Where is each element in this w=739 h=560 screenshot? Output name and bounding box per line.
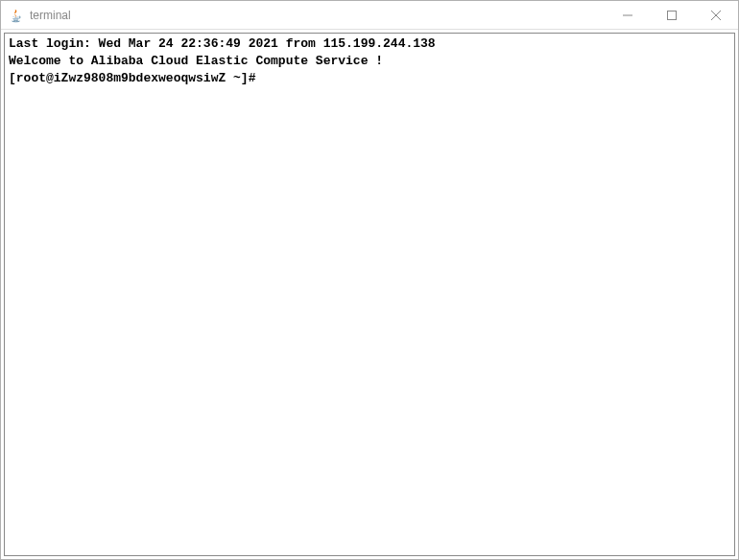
- terminal-output-line: Welcome to Alibaba Cloud Elastic Compute…: [9, 53, 730, 70]
- window-frame: terminal Last login: Wed Mar 24 22:36:49…: [0, 0, 739, 560]
- terminal-content[interactable]: Last login: Wed Mar 24 22:36:49 2021 fro…: [4, 33, 735, 556]
- titlebar[interactable]: terminal: [1, 1, 738, 30]
- svg-rect-1: [668, 11, 677, 19]
- minimize-button[interactable]: [606, 1, 650, 29]
- terminal-prompt: [root@iZwz9808m9bdexweoqwsiwZ ~]#: [9, 71, 263, 85]
- maximize-button[interactable]: [650, 1, 694, 29]
- window-title: terminal: [30, 9, 71, 22]
- window-controls: [606, 1, 738, 29]
- terminal-output-line: Last login: Wed Mar 24 22:36:49 2021 fro…: [9, 35, 730, 53]
- java-app-icon: [9, 8, 24, 23]
- close-button[interactable]: [694, 1, 738, 29]
